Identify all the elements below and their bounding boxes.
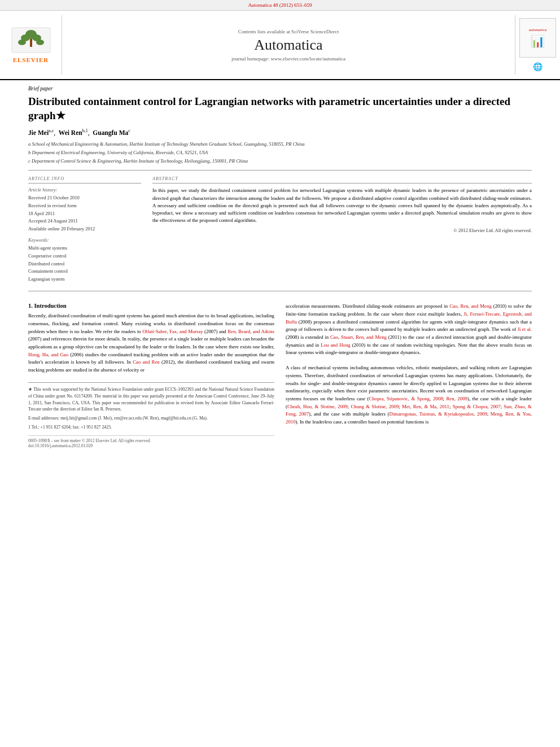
cite-ren2009[interactable]: Ren, 2009 [447,396,467,401]
paper-title: Distributed containment control for Lagr… [28,95,532,123]
footnote-section: ★ This work was supported by the Nationa… [28,382,274,448]
date-received: Received 21 October 2010 [28,194,141,202]
article-info-column: ARTICLE INFO Article history: Received 2… [28,176,141,283]
body-two-col: 1. Introduction Recently, distributed co… [28,303,532,448]
footnote-email: E-mail addresses: meij.hit@gmail.com (J.… [28,415,274,422]
article-dates: Received 21 October 2010 Received in rev… [28,194,141,233]
journal-center: Contents lists available at SciVerse Sci… [62,15,515,75]
journal-cover-label: automatica [529,28,547,32]
cite-ji-etal[interactable]: Ji et al. [518,326,532,332]
copyright-text: © 2012 Elsevier Ltd. All rights reserved… [152,228,532,233]
authors-line: Jie Meia,c, Wei Renb,1, Guangfu Mac [28,128,532,136]
keyword-2: Cooperative control [28,252,141,260]
abstract-text: In this paper, we study the distributed … [152,187,532,224]
paper-type-label: Brief paper [28,86,532,91]
cite-lou-hong[interactable]: Lou and Hong [321,342,350,348]
journal-header: ELSEVIER Contents lists available at Sci… [0,11,560,80]
globe-icon: 🌐 [533,62,542,72]
affiliation-a: a School of Mechanical Engineering & Aut… [28,141,532,148]
affiliation-b: b Department of Electrical Engineering, … [28,149,532,156]
cite-dimarogonas[interactable]: Dimarogonas, Tsiotras, & Kyriakopoulos, … [390,411,487,417]
introduction-section: 1. Introduction Recently, distributed co… [28,303,532,448]
abstract-column: ABSTRACT In this paper, we study the dis… [152,176,532,283]
body-col-right: acceleration measurements. Distributed s… [286,303,532,448]
intro-heading: 1. Introduction [28,303,274,309]
journal-title: Automatica [254,37,322,54]
svg-point-5 [18,40,26,45]
cite-cao-stuart[interactable]: Cao, Stuart, Ren, and Meng [330,334,387,340]
citation-text: Automatica 48 (2012) 653–659 [248,2,312,8]
contents-available-text: Contents lists available at SciVerse Sci… [238,29,339,34]
cite-chopra[interactable]: Chopra, Stipanovic, & Spong, 2008 [369,396,443,401]
keyword-4: Containment control [28,268,141,276]
date-accepted: Accepted 24 August 2011 [28,217,141,225]
divider-after-abstract [28,291,532,291]
body-col-left: 1. Introduction Recently, distributed co… [28,303,274,448]
abstract-heading: ABSTRACT [152,176,532,184]
svg-rect-4 [30,39,32,47]
svg-point-6 [36,40,44,45]
footnote-star: ★ This work was supported by the Nationa… [28,386,274,413]
author-wei-ren: Wei Ren [59,129,82,136]
footnote-tel: 1 Tel.: +1 951 827 6204; fax: +1 951 827… [28,424,274,431]
article-info-heading: ARTICLE INFO [28,176,141,184]
journal-cover-graphic: 📊 [531,34,545,48]
divider-after-affiliations [28,170,532,171]
cite-cao-ren[interactable]: Cao and Ren [133,359,160,365]
article-history-label: Article history: [28,187,141,193]
cite-spong[interactable]: Spong & Chopra, 2007 [453,404,501,409]
article-info-abstract-section: ARTICLE INFO Article history: Received 2… [28,176,532,283]
cite-hong[interactable]: Hong, Hu, and Gao [28,352,68,357]
cite-cheah[interactable]: Cheah, Hou, & Slotine, 2009 [287,404,348,409]
footer-info: 0005-1098/$ – see front matter © 2012 El… [28,435,274,448]
author-jie-mei: Jie Mei [28,129,49,136]
affiliations: a School of Mechanical Engineering & Aut… [28,141,532,164]
affiliation-c: c Department of Control Science & Engine… [28,158,532,165]
keywords-label: Keywords: [28,237,141,243]
elsevier-brand-text: ELSEVIER [11,56,51,63]
cite-mei2011[interactable]: Mei, Ren, & Ma, 2011 [402,404,449,409]
keyword-3: Distributed control [28,260,141,268]
keywords-list: Multi-agent systems Cooperative control … [28,244,141,283]
date-online: Available online 20 February 2012 [28,225,141,233]
elsevier-emblem-icon [11,27,51,54]
keyword-5: Lagrangian system [28,276,141,283]
intro-text-col1: Recently, distributed coordination of mu… [28,312,274,374]
keyword-1: Multi-agent systems [28,244,141,252]
cite-ji-ferrari[interactable]: Ji, Ferrari-Trecate, Egerstedt, and Buff… [286,311,532,325]
homepage-line: journal homepage: www.elsevier.com/locat… [231,56,345,62]
elsevier-logo-section: ELSEVIER [0,15,62,75]
cite-ren-beard[interactable]: Ren, Beard, and Atkins [228,329,274,334]
intro-text-col2: acceleration measurements. Distributed s… [286,303,532,426]
cite-cao-ren-meng[interactable]: Cao, Ren, and Meng [449,303,492,309]
date-revised-label: Received in revised form [28,202,141,210]
citation-bar: Automatica 48 (2012) 653–659 [0,0,560,11]
paper-content: Brief paper Distributed containment cont… [0,80,560,460]
cite-chung[interactable]: Chung & Slotine, 2009 [351,404,399,409]
cite-olfati-saber[interactable]: Olfati-Saber, Fax, and Murray [142,329,203,334]
journal-right-logo: automatica 📊 🌐 [515,15,560,75]
date-revised-value: 18 April 2011 [28,210,141,218]
author-guangfu-ma: Guangfu Ma [93,129,128,136]
journal-cover-thumbnail: automatica 📊 [519,18,556,58]
